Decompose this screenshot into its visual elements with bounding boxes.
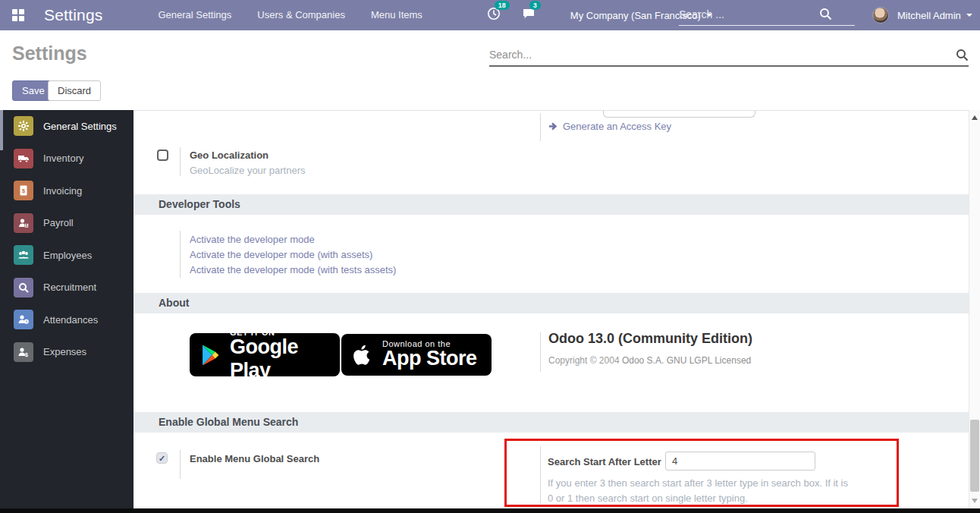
divider	[180, 147, 181, 176]
check-icon: ✓	[156, 452, 168, 464]
chevron-down-icon	[966, 14, 972, 17]
recruitment-icon	[14, 278, 33, 297]
copyright-text: Copyright © 2004	[548, 355, 622, 366]
search-start-after-letter-input[interactable]	[665, 452, 815, 471]
divider	[180, 231, 181, 278]
enable-menu-global-search-label[interactable]: Enable Menu Global Search	[190, 453, 319, 464]
activate-dev-mode-tests-link[interactable]: Activate the developer mode (with tests …	[190, 264, 396, 275]
attendance-icon	[14, 310, 33, 329]
discard-button[interactable]: Discard	[48, 80, 101, 101]
sidebar-item-employees[interactable]: Employees	[0, 239, 133, 272]
settings-sidebar: General Settings Inventory $ Invoicing $…	[0, 110, 133, 508]
settings-search	[489, 44, 969, 67]
divider	[540, 332, 541, 372]
vertical-scrollbar[interactable]	[969, 110, 980, 508]
scrollbar-thumb[interactable]	[970, 420, 979, 492]
arrow-right-icon	[548, 121, 558, 131]
truncated-input[interactable]	[603, 110, 755, 118]
svg-text:$: $	[26, 223, 28, 228]
google-play-icon	[202, 345, 221, 366]
nav-item-users-companies[interactable]: Users & Companies	[244, 0, 358, 30]
navbar-search	[679, 3, 855, 26]
activity-badge: 18	[495, 1, 510, 10]
navbar-search-input[interactable]	[679, 8, 819, 20]
divider	[540, 446, 541, 503]
sidebar-item-recruitment[interactable]: Recruitment	[0, 272, 133, 304]
sidebar-item-label: General Settings	[43, 121, 117, 132]
google-play-title: Google Play	[230, 335, 340, 382]
truck-icon	[14, 149, 33, 168]
svg-text:$: $	[25, 351, 28, 357]
odoo-version: Odoo 13.0 (Community Edition)	[548, 331, 752, 347]
enable-menu-global-search-checkbox[interactable]: ✓	[156, 452, 168, 464]
geo-localization-checkbox[interactable]	[157, 149, 168, 161]
sidebar-item-label: Inventory	[43, 153, 83, 164]
user-menu[interactable]: Mitchell Admin	[897, 0, 972, 30]
nav-item-general-settings[interactable]: General Settings	[145, 0, 244, 30]
generate-access-key-row: Generate an Access Key	[548, 121, 671, 132]
apps-menu-icon[interactable]	[12, 9, 24, 21]
search-icon[interactable]	[956, 49, 969, 61]
user-name: Mitchell Admin	[897, 10, 961, 21]
search-icon[interactable]	[819, 8, 832, 20]
activate-dev-mode-link[interactable]: Activate the developer mode	[190, 234, 315, 245]
expenses-icon: $	[14, 342, 33, 362]
navbar-menu: General Settings Users & Companies Menu …	[145, 0, 435, 30]
control-panel: Settings Save Discard	[0, 30, 980, 110]
gear-icon	[14, 116, 33, 136]
geo-localization-label[interactable]: Geo Localization	[190, 149, 269, 161]
svg-text:$: $	[22, 187, 26, 194]
divider	[180, 450, 181, 479]
geo-localization-help: GeoLocalize your partners	[190, 165, 305, 176]
page-title: Settings	[12, 42, 87, 65]
activity-clock-icon[interactable]: 18	[487, 7, 501, 24]
scroll-up-icon[interactable]	[972, 115, 978, 120]
app-store-badge[interactable]: Download on the App Store	[341, 334, 492, 376]
nav-item-menu-items[interactable]: Menu Items	[358, 0, 435, 30]
field-help-line2: 0 or 1 then search start on single lette…	[548, 493, 748, 504]
app-brand[interactable]: Settings	[44, 6, 102, 24]
section-header-global-menu-search: Enable Global Menu Search	[133, 412, 969, 433]
search-start-after-letter-label: Search Start After Letter	[548, 456, 661, 467]
invoice-icon: $	[14, 181, 33, 200]
sidebar-item-attendances[interactable]: Attendances	[0, 304, 133, 336]
sidebar-item-label: Payroll	[43, 217, 74, 228]
sidebar-item-label: Attendances	[43, 314, 98, 326]
messages-badge: 3	[529, 1, 541, 10]
payroll-icon: $	[14, 213, 33, 233]
section-header-about: About	[133, 293, 969, 313]
user-avatar[interactable]	[872, 7, 889, 24]
scroll-down-icon[interactable]	[972, 499, 978, 503]
odoo-sa-link[interactable]: Odoo S.A.	[622, 355, 664, 366]
sidebar-item-label: Expenses	[43, 346, 86, 357]
activate-dev-mode-assets-link[interactable]: Activate the developer mode (with assets…	[190, 249, 372, 260]
settings-form: Generate an Access Key Geo Localization …	[133, 110, 969, 508]
bottom-bar	[0, 508, 980, 513]
active-indicator	[0, 110, 3, 150]
messages-icon[interactable]: 3	[522, 7, 536, 24]
app-store-title: App Store	[382, 347, 477, 370]
field-help-line1: If you enter 3 then search start after 3…	[548, 477, 848, 489]
sidebar-item-label: Recruitment	[43, 282, 96, 293]
section-header-developer-tools: Developer Tools	[133, 194, 969, 215]
sidebar-item-label: Employees	[43, 250, 92, 261]
settings-search-input[interactable]	[489, 49, 956, 61]
sidebar-item-invoicing[interactable]: $ Invoicing	[0, 175, 133, 207]
gnu-lgpl-link[interactable]: GNU LGPL Licensed	[667, 355, 752, 366]
google-play-badge[interactable]: GET IT ON Google Play	[190, 333, 340, 376]
copyright-line: Copyright © 2004 Odoo S.A. GNU LGPL Lice…	[548, 355, 751, 366]
sidebar-item-general-settings[interactable]: General Settings	[0, 110, 133, 143]
generate-access-key-link[interactable]: Generate an Access Key	[563, 121, 671, 132]
sidebar-item-payroll[interactable]: $ Payroll	[0, 207, 133, 240]
sidebar-item-label: Invoicing	[43, 185, 82, 197]
divider	[540, 113, 541, 141]
employees-icon	[14, 245, 33, 265]
sidebar-item-inventory[interactable]: Inventory	[0, 143, 133, 175]
sidebar-item-expenses[interactable]: $ Expenses	[0, 336, 133, 369]
apple-icon	[352, 343, 373, 367]
